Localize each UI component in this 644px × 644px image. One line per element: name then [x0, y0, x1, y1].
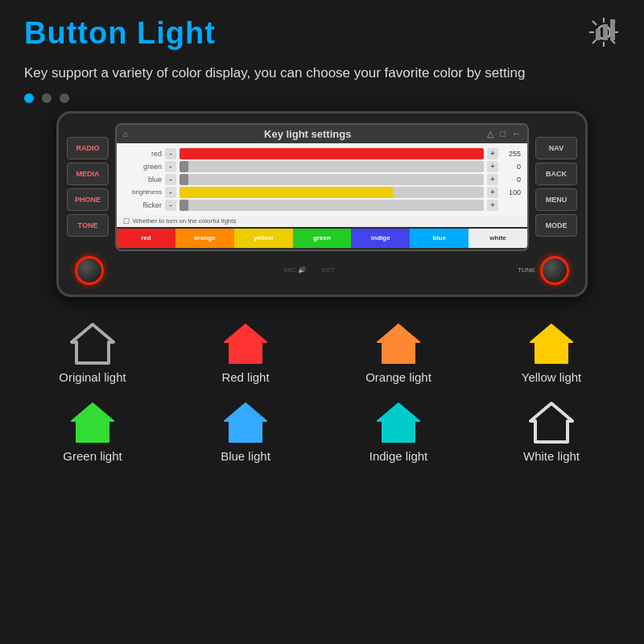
green-plus[interactable]: +: [487, 161, 498, 172]
signal-icon: [596, 18, 620, 43]
menu-button[interactable]: MENU: [535, 188, 577, 211]
color-seg-red[interactable]: red: [117, 229, 175, 248]
flicker-label: flicker: [123, 201, 162, 209]
svg-marker-14: [378, 324, 419, 363]
svg-marker-18: [378, 403, 419, 442]
svg-marker-13: [225, 324, 266, 363]
back-button[interactable]: BACK: [535, 163, 577, 185]
green-slider-row: green - + 0: [123, 161, 521, 172]
red-slider-row: red - + 255: [123, 148, 521, 159]
header: Button Light: [0, 0, 644, 59]
right-knob[interactable]: [540, 256, 569, 285]
yellow-light-item: Yellow light: [475, 313, 628, 392]
brightness-label: brightness: [123, 188, 162, 196]
dot-3[interactable]: [60, 93, 69, 103]
blue-light-icon: [221, 400, 270, 444]
green-track[interactable]: [180, 161, 484, 172]
screen-icon-1: △: [487, 129, 493, 139]
flicker-track[interactable]: [180, 200, 484, 211]
svg-marker-15: [530, 324, 572, 363]
media-button[interactable]: MEDIA: [67, 163, 109, 185]
lights-grid: Original light Red light Orange light Ye…: [0, 305, 644, 479]
red-minus[interactable]: -: [165, 148, 176, 159]
color-seg-green[interactable]: green: [293, 229, 352, 248]
flicker-plus[interactable]: +: [487, 200, 498, 211]
white-light-icon: [527, 400, 576, 444]
orange-light-item: Orange light: [322, 313, 475, 392]
subtitle-text: Key support a variety of color display, …: [0, 59, 644, 90]
color-seg-white[interactable]: white: [469, 229, 527, 248]
sliders-area: red - + 255 green -: [117, 143, 527, 216]
device-wrapper: RADIO MEDIA PHONE TONE ⌂ Key light setti…: [0, 111, 644, 297]
brightness-minus[interactable]: -: [165, 187, 176, 198]
left-side-buttons: RADIO MEDIA PHONE TONE: [67, 123, 109, 251]
bottom-labels: MIC 🔊 RST: [284, 266, 335, 274]
red-label: red: [123, 150, 162, 158]
orange-light-icon: [374, 321, 423, 365]
green-light-item: Green light: [16, 392, 169, 471]
red-value: 255: [502, 150, 521, 158]
indige-light-icon: [374, 400, 423, 444]
right-side-buttons: NAV BACK MENU MODE: [535, 123, 577, 251]
red-light-label: Red light: [221, 370, 269, 384]
color-seg-yellow[interactable]: yellow: [234, 229, 293, 248]
device-bottom: MIC 🔊 RST TUNE: [67, 256, 577, 285]
flicker-minus[interactable]: -: [165, 200, 176, 211]
red-plus[interactable]: +: [487, 148, 498, 159]
blue-light-label: Blue light: [221, 449, 270, 463]
red-light-icon: [221, 321, 270, 365]
tune-label: TUNE: [518, 266, 535, 274]
screen-icon-3: ←: [512, 129, 521, 139]
svg-marker-19: [530, 403, 572, 442]
tone-button[interactable]: TONE: [67, 214, 109, 237]
red-light-item: Red light: [169, 313, 322, 392]
svg-rect-10: [603, 24, 608, 40]
orange-light-label: Orange light: [365, 370, 431, 384]
phone-button[interactable]: PHONE: [67, 188, 109, 211]
screen-header: ⌂ Key light settings △ □ ←: [117, 125, 527, 143]
color-seg-blue[interactable]: blue: [410, 229, 469, 248]
blue-track[interactable]: [180, 174, 484, 185]
color-seg-indige[interactable]: indige: [351, 229, 410, 248]
blue-plus[interactable]: +: [487, 174, 498, 185]
color-seg-orange[interactable]: orange: [175, 229, 234, 248]
green-light-label: Green light: [63, 449, 122, 463]
checkbox-row: ☐ Whether to turn on the colorful lights: [117, 216, 527, 227]
mode-button[interactable]: MODE: [535, 214, 577, 237]
dot-1[interactable]: [24, 93, 34, 103]
blue-label: blue: [123, 175, 162, 184]
svg-marker-12: [72, 324, 114, 363]
checkbox-icon[interactable]: ☐: [123, 217, 130, 225]
svg-rect-11: [610, 19, 615, 40]
tune-area: TUNE: [514, 256, 569, 285]
blue-slider-row: blue - + 0: [123, 174, 521, 185]
dot-2[interactable]: [42, 93, 52, 103]
indige-light-label: Indige light: [369, 449, 428, 463]
mic-label: MIC 🔊: [284, 266, 306, 274]
white-light-item: White light: [475, 392, 628, 471]
radio-button[interactable]: RADIO: [67, 137, 109, 159]
yellow-light-icon: [527, 321, 576, 365]
original-light-icon: [68, 321, 117, 365]
green-light-icon: [68, 400, 117, 444]
blue-light-item: Blue light: [169, 392, 322, 471]
nav-button[interactable]: NAV: [535, 137, 577, 159]
screen-icons: △ □ ←: [487, 129, 521, 139]
red-track[interactable]: [180, 148, 484, 159]
brightness-track[interactable]: [180, 187, 484, 198]
yellow-light-label: Yellow light: [522, 370, 582, 384]
brightness-slider-row: brightness - + 100: [123, 187, 521, 198]
flicker-slider-row: flicker - +: [123, 200, 521, 211]
car-radio-device: RADIO MEDIA PHONE TONE ⌂ Key light setti…: [56, 111, 588, 297]
blue-value: 0: [502, 175, 521, 184]
indige-light-item: Indige light: [322, 392, 475, 471]
svg-marker-16: [72, 403, 114, 442]
brightness-plus[interactable]: +: [487, 187, 498, 198]
green-minus[interactable]: -: [165, 161, 176, 172]
original-light-item: Original light: [16, 313, 169, 392]
left-knob[interactable]: [75, 256, 104, 285]
screen-icon-2: □: [500, 129, 506, 139]
blue-minus[interactable]: -: [165, 174, 176, 185]
color-bar: red orange yellow green indige blue whit…: [117, 229, 527, 248]
svg-marker-17: [225, 403, 266, 442]
